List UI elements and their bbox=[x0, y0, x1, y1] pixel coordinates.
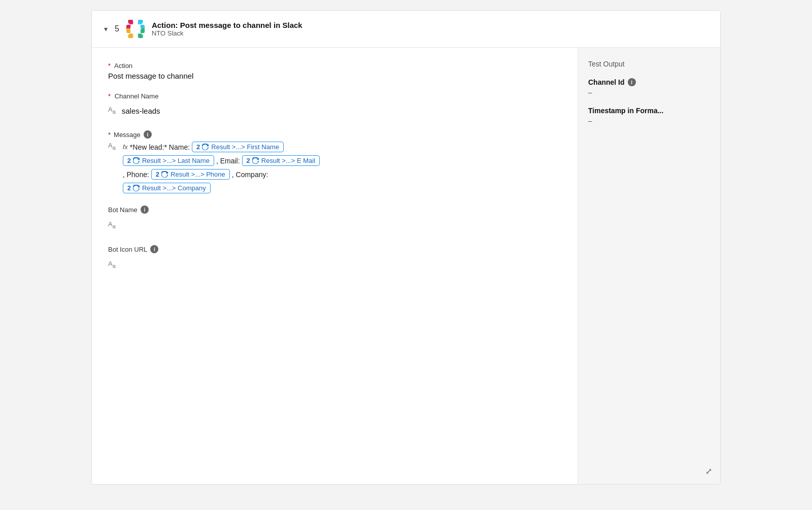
message-label: * Message i bbox=[108, 130, 561, 139]
channel-id-info-icon[interactable]: i bbox=[628, 78, 636, 86]
message-static-prefix: *New lead:* Name: bbox=[130, 143, 190, 151]
output-timestamp-label: Timestamp in Forma... bbox=[588, 107, 710, 115]
output-channel-id-value: – bbox=[588, 88, 710, 96]
message-lines: fx *New lead:* Name: 2 Result >...> Firs… bbox=[123, 142, 320, 193]
output-timestamp-value: – bbox=[588, 117, 710, 125]
bot-name-value-row: Aa bbox=[108, 217, 561, 233]
channel-name-section: * Channel Name Aa sales-leads bbox=[108, 92, 561, 118]
message-info-icon[interactable]: i bbox=[144, 130, 152, 139]
refresh-icon-first-name bbox=[202, 144, 209, 151]
message-line-3: , Phone: 2 Result >...> Phone , Company: bbox=[123, 169, 320, 180]
action-field-section: * Action Post message to channel bbox=[108, 62, 561, 80]
action-label: * Action bbox=[108, 62, 561, 70]
message-required-star: * bbox=[108, 131, 111, 139]
token-company[interactable]: 2 Result >...> Company bbox=[123, 183, 211, 193]
content-area: * Action Post message to channel * Chann… bbox=[92, 48, 720, 484]
message-line-4: 2 Result >...> Company bbox=[123, 183, 320, 193]
aa-icon-bot-icon: Aa bbox=[108, 260, 116, 269]
action-value: Post message to channel bbox=[108, 72, 561, 80]
message-line-1: fx *New lead:* Name: 2 Result >...> Firs… bbox=[123, 142, 320, 152]
output-channel-id-label: Channel Id i bbox=[588, 78, 710, 86]
workflow-step-container: ▾ 5 Action: Post message to channel in S… bbox=[91, 10, 721, 485]
channel-name-value: sales-leads bbox=[122, 107, 160, 115]
channel-name-label: * Channel Name bbox=[108, 92, 561, 100]
expand-icon[interactable]: ⤢ bbox=[705, 466, 712, 476]
refresh-icon-last-name bbox=[133, 157, 140, 164]
collapse-chevron[interactable]: ▾ bbox=[104, 25, 108, 33]
slack-icon bbox=[126, 20, 145, 38]
message-line-2: 2 Result >...> Last Name , Email: 2 bbox=[123, 155, 320, 166]
action-title: Action: Post message to channel in Slack bbox=[152, 21, 302, 29]
message-field-section: * Message i Aa fx *New lead:* Name: 2 bbox=[108, 130, 561, 193]
aa-icon-channel: Aa bbox=[108, 106, 116, 115]
bot-icon-url-label: Bot Icon URL i bbox=[108, 245, 561, 253]
bot-name-section: Bot Name i Aa bbox=[108, 206, 561, 233]
refresh-icon-company bbox=[133, 185, 140, 192]
output-channel-id: Channel Id i – bbox=[588, 78, 710, 96]
test-output-title: Test Output bbox=[588, 60, 710, 68]
action-subtitle: NTO Slack bbox=[152, 29, 302, 37]
aa-icon-bot-name: Aa bbox=[108, 220, 116, 229]
refresh-icon-phone bbox=[161, 171, 168, 178]
message-comma-phone: , Phone: bbox=[123, 171, 149, 179]
message-comma-email: , Email: bbox=[216, 157, 240, 165]
step-number: 5 bbox=[115, 24, 119, 33]
bot-icon-url-value-row: Aa bbox=[108, 256, 561, 273]
output-timestamp: Timestamp in Forma... – bbox=[588, 107, 710, 125]
action-title-block: Action: Post message to channel in Slack… bbox=[152, 21, 302, 37]
channel-name-value-row: Aa sales-leads bbox=[108, 102, 561, 118]
bot-icon-url-section: Bot Icon URL i Aa bbox=[108, 245, 561, 273]
bot-name-label: Bot Name i bbox=[108, 206, 561, 214]
action-required-star: * bbox=[108, 62, 111, 70]
token-phone[interactable]: 2 Result >...> Phone bbox=[151, 169, 230, 180]
token-first-name[interactable]: 2 Result >...> First Name bbox=[192, 142, 284, 152]
channel-required-star: * bbox=[108, 92, 111, 100]
refresh-icon-email bbox=[252, 157, 259, 164]
message-content-area: Aa fx *New lead:* Name: 2 Result > bbox=[108, 142, 561, 193]
side-panel: Test Output Channel Id i – Timestamp in … bbox=[578, 48, 720, 484]
aa-icon-message: Aa bbox=[108, 142, 116, 151]
message-comma-company: , Company: bbox=[232, 171, 268, 179]
bot-icon-url-info-icon[interactable]: i bbox=[150, 245, 158, 253]
main-panel: * Action Post message to channel * Chann… bbox=[92, 48, 578, 484]
fx-icon: fx bbox=[123, 143, 128, 151]
token-last-name[interactable]: 2 Result >...> Last Name bbox=[123, 155, 214, 166]
token-email[interactable]: 2 Result >...> E Mail bbox=[242, 155, 320, 166]
action-header: ▾ 5 Action: Post message to channel in S… bbox=[92, 11, 720, 48]
bot-name-info-icon[interactable]: i bbox=[141, 206, 149, 214]
